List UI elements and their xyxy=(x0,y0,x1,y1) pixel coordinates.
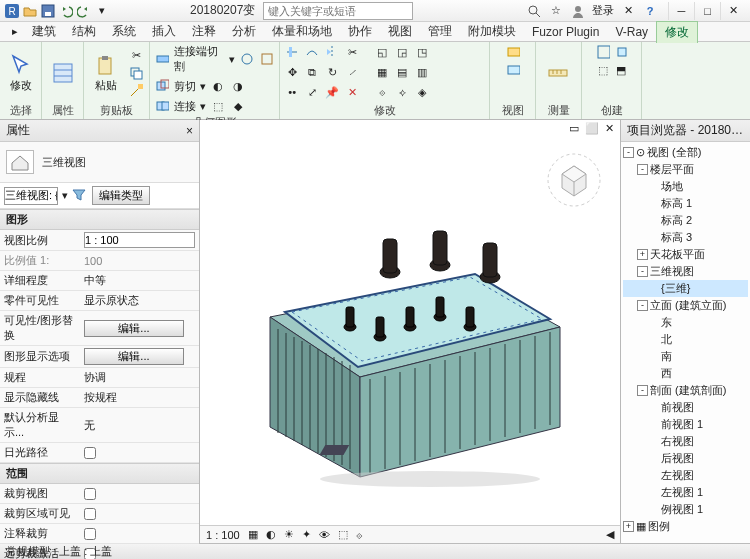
show-hidden-field[interactable]: 按规程 xyxy=(80,388,199,408)
split-icon[interactable]: ✂ xyxy=(344,44,360,60)
tab-modify[interactable]: 修改 xyxy=(656,21,698,43)
array-icon[interactable]: ⦁⦁ xyxy=(284,84,300,100)
tree-item[interactable]: 标高 2 xyxy=(661,213,692,228)
hide-icon[interactable] xyxy=(505,44,521,60)
view-scale-field[interactable] xyxy=(84,232,195,248)
tree-item[interactable]: 前视图 xyxy=(661,400,694,415)
annotation-crop-checkbox[interactable] xyxy=(84,528,96,540)
delete-icon[interactable]: ✕ xyxy=(344,84,360,100)
section-range[interactable]: 范围 xyxy=(0,463,199,484)
geom2-icon[interactable] xyxy=(259,51,275,67)
detail-field[interactable]: 中等 xyxy=(80,271,199,291)
geom5-icon[interactable]: ⬚ xyxy=(210,98,226,114)
file-menu-icon[interactable]: ▸ xyxy=(6,25,24,38)
communicate-icon[interactable]: ✕ xyxy=(620,3,636,19)
m1-icon[interactable]: ◱ xyxy=(374,44,390,60)
analysis-field[interactable]: 无 xyxy=(80,408,199,443)
rotate-icon[interactable]: ↻ xyxy=(324,64,340,80)
tab-system[interactable]: 系统 xyxy=(104,21,144,42)
m6-icon[interactable]: ▥ xyxy=(414,64,430,80)
join-icon[interactable] xyxy=(154,98,170,114)
crop-visible-checkbox[interactable] xyxy=(84,508,96,520)
m7-icon[interactable]: ⟐ xyxy=(374,84,390,100)
m3-icon[interactable]: ◳ xyxy=(414,44,430,60)
m5-icon[interactable]: ▤ xyxy=(394,64,410,80)
tab-view[interactable]: 视图 xyxy=(380,21,420,42)
favorite-icon[interactable]: ☆ xyxy=(548,3,564,19)
vc6-icon[interactable]: ⬚ xyxy=(338,528,348,541)
copy2-icon[interactable]: ⧉ xyxy=(304,64,320,80)
tree-item[interactable]: 左视图 1 xyxy=(661,485,703,500)
m4-icon[interactable]: ▦ xyxy=(374,64,390,80)
tree-item[interactable]: 后视图 xyxy=(661,451,694,466)
user-icon[interactable] xyxy=(570,3,586,19)
vc3-icon[interactable]: ☀ xyxy=(284,528,294,541)
tab-collab[interactable]: 协作 xyxy=(340,21,380,42)
m2-icon[interactable]: ◲ xyxy=(394,44,410,60)
tree-item[interactable]: 右视图 xyxy=(661,434,694,449)
scale-display[interactable]: 1 : 100 xyxy=(206,529,240,541)
cut-geom-icon[interactable] xyxy=(154,78,170,94)
vc-nav-icon[interactable]: ◀ xyxy=(606,528,614,541)
create1-icon[interactable] xyxy=(595,44,611,60)
dropdown-icon[interactable]: ▾ xyxy=(62,189,68,202)
create3-icon[interactable]: ⬚ xyxy=(595,62,611,78)
tab-arch[interactable]: 建筑 xyxy=(24,21,64,42)
geom1-icon[interactable] xyxy=(239,51,255,67)
search-input[interactable] xyxy=(263,2,413,20)
tree-item-active[interactable]: {三维} xyxy=(661,281,690,296)
search-go-icon[interactable] xyxy=(526,3,542,19)
offset-icon[interactable] xyxy=(304,44,320,60)
close-button[interactable]: ✕ xyxy=(720,2,746,20)
sun-path-checkbox[interactable] xyxy=(84,447,96,459)
tree-item[interactable]: 前视图 1 xyxy=(661,417,703,432)
paste-button[interactable]: 粘贴 xyxy=(88,54,124,93)
trim-icon[interactable]: ⟋ xyxy=(344,64,360,80)
geom4-icon[interactable]: ◑ xyxy=(230,78,246,94)
tree-item[interactable]: 左视图 xyxy=(661,468,694,483)
mirror-icon[interactable] xyxy=(324,44,340,60)
crop-view-checkbox[interactable] xyxy=(84,488,96,500)
create2-icon[interactable] xyxy=(613,44,629,60)
edit-type-button[interactable]: 编辑类型 xyxy=(92,186,150,205)
filter-icon[interactable] xyxy=(72,188,88,204)
properties-button[interactable] xyxy=(46,61,79,85)
vc7-icon[interactable]: ⟐ xyxy=(356,529,363,541)
vp-restore-icon[interactable]: ▭ xyxy=(569,122,579,136)
tab-mass[interactable]: 体量和场地 xyxy=(264,21,340,42)
m8-icon[interactable]: ⟡ xyxy=(394,84,410,100)
tree-item[interactable]: 南 xyxy=(661,349,672,364)
cut-icon[interactable]: ✂ xyxy=(128,47,144,63)
align-icon[interactable] xyxy=(284,44,300,60)
match-icon[interactable] xyxy=(128,83,144,99)
measure-button[interactable] xyxy=(540,61,576,85)
create4-icon[interactable]: ⬒ xyxy=(613,62,629,78)
copy-icon[interactable] xyxy=(128,65,144,81)
select-button[interactable]: 修改 xyxy=(4,54,37,93)
tab-struct[interactable]: 结构 xyxy=(64,21,104,42)
vp-maximize-icon[interactable]: ⬜ xyxy=(585,122,599,136)
properties-close-icon[interactable]: × xyxy=(186,124,193,138)
undo-icon[interactable] xyxy=(58,3,74,19)
geom6-icon[interactable]: ◆ xyxy=(230,98,246,114)
expand-icon[interactable]: - xyxy=(623,147,634,158)
open-icon[interactable] xyxy=(22,3,38,19)
section-graphics[interactable]: 图形 xyxy=(0,209,199,230)
maximize-button[interactable]: □ xyxy=(694,2,720,20)
geom3-icon[interactable]: ◐ xyxy=(210,78,226,94)
tab-insert[interactable]: 插入 xyxy=(144,21,184,42)
m9-icon[interactable]: ◈ xyxy=(414,84,430,100)
tree-item[interactable]: 西 xyxy=(661,366,672,381)
tab-analyze[interactable]: 分析 xyxy=(224,21,264,42)
vc1-icon[interactable]: ▦ xyxy=(248,528,258,541)
vc4-icon[interactable]: ✦ xyxy=(302,528,311,541)
scale-icon[interactable]: ⤢ xyxy=(304,84,320,100)
vis-override-button[interactable]: 编辑... xyxy=(84,320,184,337)
tree-item[interactable]: 北 xyxy=(661,332,672,347)
canvas[interactable] xyxy=(200,138,620,525)
vc5-icon[interactable]: 👁 xyxy=(319,529,330,541)
type-preview-icon[interactable] xyxy=(6,150,34,174)
chevron-down-icon[interactable]: ▾ xyxy=(94,3,110,19)
tree-item[interactable]: 东 xyxy=(661,315,672,330)
move-icon[interactable]: ✥ xyxy=(284,64,300,80)
